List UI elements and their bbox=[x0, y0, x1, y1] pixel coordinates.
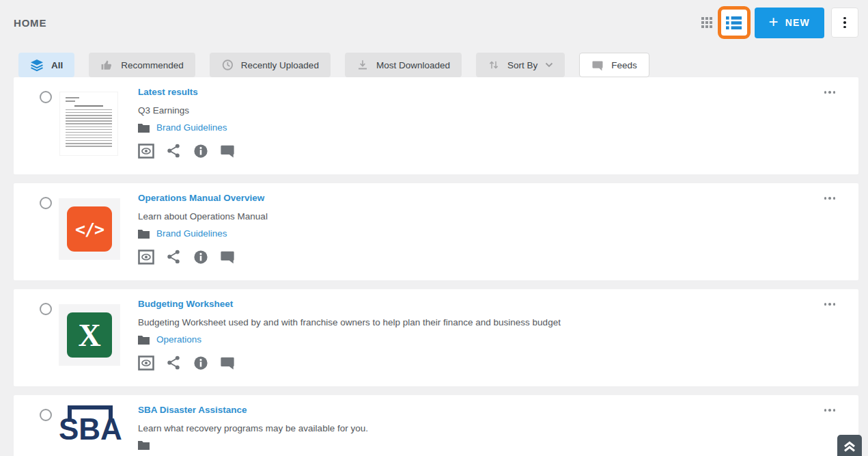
filter-recommended[interactable]: Recommended bbox=[89, 53, 195, 77]
folder-icon bbox=[138, 335, 150, 345]
card-more-menu[interactable] bbox=[822, 194, 839, 202]
asset-subtitle: Learn about Operations Manual bbox=[138, 211, 268, 222]
asset-thumbnail-code[interactable]: </> bbox=[59, 198, 120, 260]
new-button[interactable]: + NEW bbox=[755, 8, 824, 38]
double-chevron-up-icon bbox=[842, 439, 857, 453]
asset-subtitle: Budgeting Worksheet used by and with fra… bbox=[138, 317, 561, 327]
grid-view-icon[interactable] bbox=[701, 17, 712, 28]
preview-eye-icon[interactable] bbox=[138, 250, 154, 265]
comment-icon[interactable] bbox=[220, 144, 235, 158]
preview-eye-icon[interactable] bbox=[138, 356, 154, 371]
folder-link[interactable]: Brand Guidelines bbox=[156, 122, 227, 133]
select-asset-radio[interactable] bbox=[40, 197, 52, 209]
layers-icon bbox=[30, 59, 44, 72]
kebab-menu-button[interactable] bbox=[831, 8, 858, 38]
excel-file-icon: X bbox=[67, 312, 112, 358]
filter-recently-uploaded[interactable]: Recently Uploaded bbox=[210, 53, 331, 77]
card-more-menu[interactable] bbox=[822, 300, 839, 308]
filter-recommended-label: Recommended bbox=[121, 60, 184, 70]
info-icon[interactable] bbox=[193, 144, 208, 159]
select-asset-radio[interactable] bbox=[40, 303, 52, 315]
asset-subtitle: Q3 Earnings bbox=[138, 105, 189, 116]
header: HOME + NEW bbox=[0, 0, 868, 45]
header-toolbar: + NEW bbox=[701, 5, 858, 40]
asset-subtitle: Learn what recovery programs may be avai… bbox=[138, 423, 368, 433]
sort-arrows-icon bbox=[488, 59, 500, 71]
page-title: HOME bbox=[14, 17, 46, 29]
comment-icon[interactable] bbox=[220, 356, 235, 370]
asset-card: Latest results Q3 Earnings Brand Guideli… bbox=[14, 77, 858, 174]
select-asset-radio[interactable] bbox=[40, 409, 52, 421]
list-view-button[interactable] bbox=[721, 10, 747, 36]
scroll-to-top-button[interactable] bbox=[837, 435, 862, 456]
asset-title-link[interactable]: Latest results bbox=[138, 87, 198, 97]
preview-eye-icon[interactable] bbox=[138, 144, 154, 159]
annotation-highlight bbox=[718, 6, 751, 39]
comment-icon[interactable] bbox=[220, 250, 235, 264]
chevron-down-icon bbox=[545, 62, 553, 68]
select-asset-radio[interactable] bbox=[40, 91, 52, 103]
list-view-icon bbox=[726, 16, 742, 30]
folder-icon bbox=[138, 229, 150, 239]
sort-by-label: Sort By bbox=[507, 60, 537, 70]
asset-thumbnail-document[interactable] bbox=[60, 92, 117, 155]
asset-actions bbox=[138, 143, 235, 159]
asset-card: SBA SBA Disaster Assistance Learn what r… bbox=[14, 395, 858, 456]
asset-card: X Budgeting Worksheet Budgeting Workshee… bbox=[14, 289, 858, 386]
kebab-menu-icon bbox=[843, 17, 846, 29]
filter-most-downloaded[interactable]: Most Downloaded bbox=[345, 53, 462, 77]
filter-recently-uploaded-label: Recently Uploaded bbox=[241, 60, 319, 70]
share-icon[interactable] bbox=[166, 355, 182, 371]
new-button-label: NEW bbox=[785, 17, 810, 28]
filter-most-downloaded-label: Most Downloaded bbox=[376, 60, 450, 70]
comment-icon bbox=[591, 59, 604, 71]
folder-icon bbox=[138, 123, 150, 133]
filter-bar: All Recommended Recently Uploaded Most D… bbox=[18, 53, 868, 77]
thumbs-up-icon bbox=[100, 59, 113, 72]
plus-icon: + bbox=[769, 14, 779, 30]
sba-logo-text: SBA bbox=[59, 412, 122, 446]
filter-all[interactable]: All bbox=[18, 53, 74, 77]
asset-title-link[interactable]: Budgeting Worksheet bbox=[138, 299, 233, 309]
asset-actions bbox=[138, 355, 235, 371]
filter-all-label: All bbox=[51, 60, 63, 70]
share-icon[interactable] bbox=[166, 143, 182, 159]
feeds-button[interactable]: Feeds bbox=[579, 53, 649, 77]
info-icon[interactable] bbox=[193, 356, 208, 371]
sort-by-dropdown[interactable]: Sort By bbox=[476, 53, 565, 77]
asset-title-link[interactable]: SBA Disaster Assistance bbox=[138, 405, 247, 415]
folder-icon bbox=[138, 440, 150, 450]
feeds-label: Feeds bbox=[611, 60, 637, 70]
card-more-menu[interactable] bbox=[822, 406, 839, 414]
folder-link[interactable]: Brand Guidelines bbox=[156, 228, 227, 239]
code-file-icon: </> bbox=[67, 206, 112, 252]
info-icon[interactable] bbox=[193, 250, 208, 265]
folder-link[interactable]: Operations bbox=[156, 334, 201, 345]
asset-card: </> Operations Manual Overview Learn abo… bbox=[14, 183, 858, 280]
asset-thumbnail-sba-logo[interactable]: SBA bbox=[59, 405, 120, 456]
asset-actions bbox=[138, 249, 235, 265]
asset-thumbnail-excel[interactable]: X bbox=[59, 304, 120, 366]
card-more-menu[interactable] bbox=[822, 88, 839, 96]
history-icon bbox=[221, 59, 234, 71]
asset-title-link[interactable]: Operations Manual Overview bbox=[138, 193, 264, 203]
share-icon[interactable] bbox=[166, 249, 182, 265]
download-icon bbox=[356, 59, 369, 71]
